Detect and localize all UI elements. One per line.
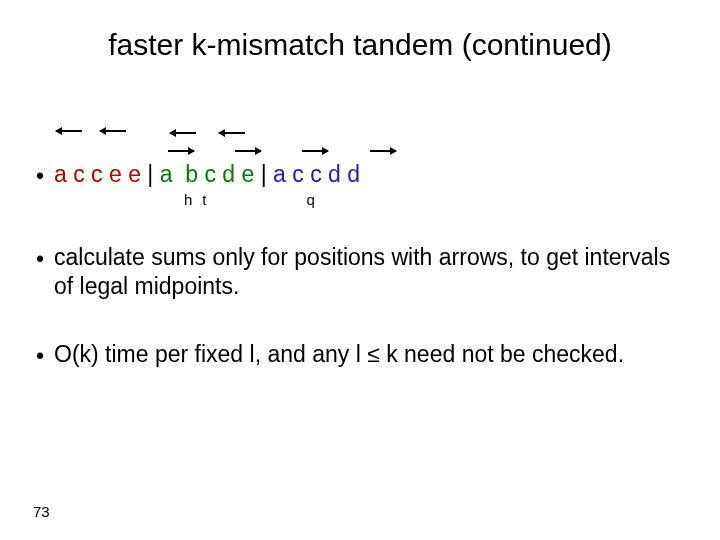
sequence-text: a c c e e | a b c d e | a c c d d (54, 160, 684, 189)
arrow-left-icon (100, 130, 126, 132)
seq-bar1: | (141, 161, 160, 187)
bullet-sequence: • a c c e e | a b c d e | a c c d d (36, 160, 684, 191)
bullet-calc-text: calculate sums only for positions with a… (54, 243, 684, 301)
bullet-dot-icon: • (36, 160, 54, 191)
seq-seg1: a c c e e (54, 161, 141, 187)
arrow-left-icon (170, 132, 196, 134)
seq-seg3: a c c d d (273, 161, 360, 187)
anno-q: q (307, 191, 315, 208)
seq-seg2: a b c d e (160, 161, 255, 187)
bullet-dot-icon: • (36, 243, 54, 274)
arrow-right-icon (168, 150, 194, 152)
arrow-right-icon (302, 150, 328, 152)
bullet-ok-text: O(k) time per fixed l, and any l ≤ k nee… (54, 340, 684, 369)
bullet-dot-icon: • (36, 340, 54, 371)
page-number: 73 (33, 503, 50, 520)
arrow-right-icon (235, 150, 261, 152)
arrow-left-icon (56, 130, 82, 132)
slide-title: faster k-mismatch tandem (continued) (0, 28, 720, 62)
anno-t: t (202, 191, 206, 208)
arrow-left-icon (219, 132, 245, 134)
annotation-row: htq (54, 191, 315, 208)
bullet-ok: • O(k) time per fixed l, and any l ≤ k n… (36, 340, 684, 371)
arrow-right-icon (370, 150, 396, 152)
seq-bar2: | (254, 161, 273, 187)
anno-h: h (184, 191, 192, 208)
bullet-calc: • calculate sums only for positions with… (36, 243, 684, 301)
